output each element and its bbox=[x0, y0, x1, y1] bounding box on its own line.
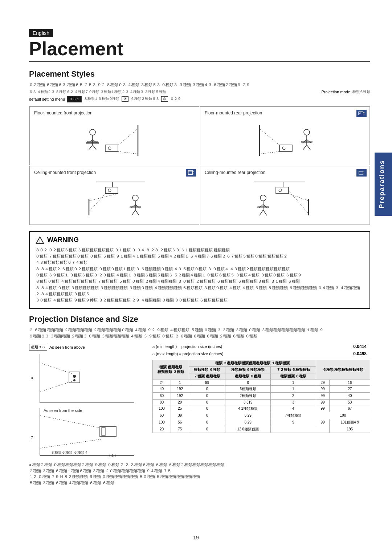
table-header-group1: 種類 ３種類種類種類種類種類種類 １種類種類 bbox=[189, 360, 316, 366]
projection-table: 種類 種類種類種類種類 ３種類 種類 ３種類種類種類種類種類種類 １種類種類 ６… bbox=[152, 360, 370, 433]
page-number: 19 bbox=[193, 535, 199, 540]
svg-point-9 bbox=[108, 147, 111, 150]
svg-point-16 bbox=[360, 113, 361, 114]
svg-line-22 bbox=[307, 145, 310, 150]
projection-styles-grid: Floor-mounted front projection bbox=[29, 106, 370, 225]
placement-intro-line2: ６３ ４種類２３ ５種類６２ ４種類７９種類 ３種類１種類２３ ４種類３ ３種類… bbox=[29, 90, 370, 94]
table-row: 6019202種類種類29940 bbox=[153, 392, 370, 399]
svg-line-67 bbox=[263, 210, 267, 215]
default-label: default setting menu bbox=[29, 97, 65, 101]
default-code3: ③ bbox=[161, 96, 168, 102]
warning-section: ! WARNING ８０２ ０２種類６種類 ６種類種類種類種類 ３１種類 ０ ０… bbox=[29, 231, 370, 309]
svg-rect-39 bbox=[105, 187, 118, 194]
formula-min-label: a (min length) = projection size (inches… bbox=[152, 344, 222, 349]
svg-line-10 bbox=[118, 129, 138, 145]
svg-rect-8 bbox=[105, 145, 118, 151]
svg-point-25 bbox=[282, 147, 285, 150]
svg-line-66 bbox=[260, 210, 263, 215]
floor-rear-diagram bbox=[205, 118, 365, 161]
default-code2: ② bbox=[122, 96, 128, 102]
projection-cell-floor-front: Floor-mounted front projection bbox=[29, 106, 199, 165]
english-badge: English bbox=[29, 29, 53, 37]
svg-text:7: 7 bbox=[31, 436, 33, 440]
warning-label: WARNING bbox=[47, 236, 79, 244]
svg-line-27 bbox=[260, 129, 279, 145]
table-sub2-h2: 種類種類 ６種類 bbox=[225, 373, 271, 380]
projection-distance-title: Projection Distance and Size bbox=[29, 315, 370, 324]
default-code1: ０３１ bbox=[67, 96, 82, 102]
formula-min-value: 0.0414 bbox=[353, 344, 367, 349]
svg-text:!: ! bbox=[39, 239, 41, 243]
table-sub-h1: 種類種類 ６種類 bbox=[189, 366, 225, 373]
floor-front-diagram bbox=[34, 118, 195, 161]
svg-point-40 bbox=[108, 189, 111, 192]
formula-max: a (max length) = projection size (inches… bbox=[152, 351, 370, 356]
bottom-formula: a 種類２種類 ０種類種類種類２種類 ９種類 ０種類 ２ ３ ３種類６種類 ６種… bbox=[29, 462, 370, 486]
svg-point-62 bbox=[260, 195, 266, 201]
table-row: 24199012916 bbox=[153, 380, 370, 385]
svg-line-82 bbox=[40, 416, 102, 428]
table-header-size: 種類 種類種類種類種類 ３種類 bbox=[153, 360, 189, 380]
svg-rect-85 bbox=[100, 426, 116, 437]
ceiling-front-diagram bbox=[34, 177, 195, 221]
svg-point-76 bbox=[73, 375, 76, 378]
formula-min: a (min length) = projection size (inches… bbox=[152, 344, 370, 349]
svg-rect-38 bbox=[105, 187, 118, 194]
table-header-group2: ６種類 種類種類種類種類 bbox=[316, 360, 370, 380]
ceiling-front-icon bbox=[186, 169, 196, 177]
projection-cell-ceiling-rear: Ceiling-mounted rear projection bbox=[200, 166, 370, 225]
svg-text:３種類６種類 ６種類４: ３種類６種類 ６種類４ bbox=[51, 450, 88, 454]
cell-label-floor-front: Floor-mounted front projection bbox=[34, 110, 195, 116]
table-sub-h2: 種類種類 ６種類種類 bbox=[225, 366, 271, 373]
above-text: As seen from above bbox=[49, 345, 85, 349]
table-sub2-h3: 種類種類 ６種類 bbox=[271, 373, 316, 380]
warning-triangle-icon: ! bbox=[36, 236, 44, 244]
page-title: Placement bbox=[29, 39, 370, 62]
projection-cell-floor-rear: Floor-mounted rear projection bbox=[200, 106, 370, 165]
ceiling-rear-diagram bbox=[205, 177, 365, 221]
table-row: 802903 31939953 bbox=[153, 399, 370, 405]
svg-line-21 bbox=[303, 145, 307, 150]
svg-point-0 bbox=[90, 129, 95, 135]
svg-point-58 bbox=[279, 189, 282, 192]
svg-line-41 bbox=[89, 194, 105, 212]
svg-line-59 bbox=[289, 194, 309, 201]
svg-line-42 bbox=[89, 194, 118, 201]
formula-max-value: 0.0498 bbox=[353, 351, 367, 356]
svg-line-60 bbox=[289, 191, 309, 214]
ceiling-rear-icon bbox=[356, 169, 367, 177]
svg-point-44 bbox=[132, 195, 138, 201]
svg-text:As seen from the side: As seen from the side bbox=[44, 408, 82, 413]
svg-line-74 bbox=[40, 381, 73, 392]
distance-intro: ２ ６種類 種類種類 ２種類種類種類 ２種類種類種類０種類 ４種類 ９２ ９種類… bbox=[29, 327, 370, 340]
warning-title: ! WARNING bbox=[36, 236, 364, 244]
svg-line-4 bbox=[89, 145, 93, 150]
table-row: 1005608 29999131種類4 9 bbox=[153, 419, 370, 426]
placement-styles-title: Placement Styles bbox=[29, 69, 370, 79]
cell-label-ceiling-front: Ceiling-mounted front projection bbox=[34, 170, 195, 175]
default-setting-line: default setting menu ０３１ ８種類１３種類０種類 ② ６種… bbox=[29, 96, 370, 102]
svg-line-73 bbox=[40, 363, 73, 374]
table-row: 603906 297種類種類100 bbox=[153, 412, 370, 419]
table-row: 2075012 0種類種類195 bbox=[153, 426, 370, 433]
svg-point-77 bbox=[73, 379, 75, 381]
svg-line-28 bbox=[260, 151, 279, 154]
svg-line-5 bbox=[93, 145, 96, 150]
placement-intro-line1: ０２種類 ６種類６３ 種類６５ ２５３ ９２ ８種類０３ ４種類 ３種類５３ ０… bbox=[29, 82, 370, 88]
above-label-box: 種類３６ bbox=[29, 344, 47, 351]
cell-label-floor-rear: Floor-mounted rear projection bbox=[205, 110, 365, 116]
page-container: Preparations English Placement Placement… bbox=[0, 0, 392, 555]
projection-mode-garbled: 種類６種類 bbox=[352, 90, 370, 94]
table-sub2-h1: ７種類 種類種類 bbox=[189, 373, 225, 380]
formula-table-area: a (min length) = projection size (inches… bbox=[152, 344, 370, 433]
svg-point-17 bbox=[304, 129, 310, 135]
above-label: 種類３６ As seen from above bbox=[29, 344, 145, 351]
svg-line-11 bbox=[118, 151, 138, 154]
side-tab: Preparations bbox=[375, 153, 392, 216]
placement-styles-section: Placement Styles ０２種類 ６種類６３ 種類６５ ２５３ ９２ … bbox=[29, 69, 370, 225]
svg-text:a: a bbox=[31, 376, 33, 380]
svg-rect-24 bbox=[279, 145, 292, 151]
projection-mode-label: Projection mode bbox=[322, 90, 351, 94]
projection-distance-section: Projection Distance and Size ２ ６種類 種類種類 … bbox=[29, 315, 370, 486]
svg-line-49 bbox=[135, 210, 139, 215]
